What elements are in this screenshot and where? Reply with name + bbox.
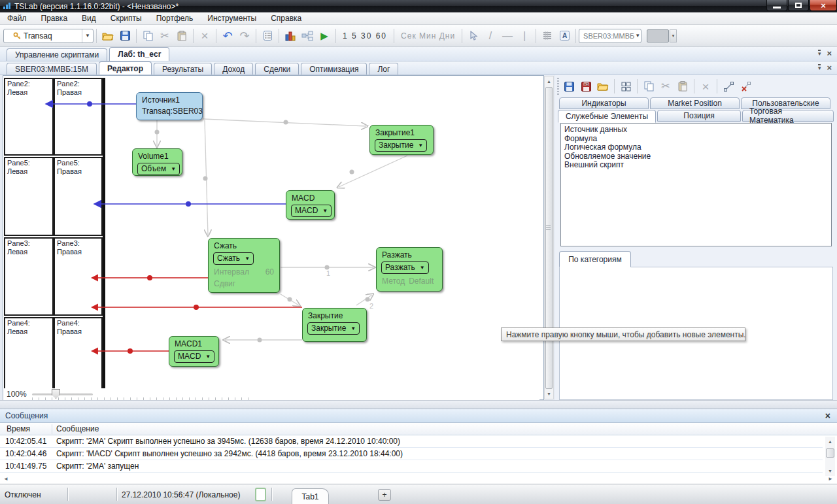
menu-help[interactable]: Справка (264, 12, 309, 24)
elements-list[interactable]: Источник данных Формула Логическая форму… (560, 123, 832, 246)
canvas-vertical-scrollbar[interactable]: ▲ ▼ (544, 76, 554, 399)
pane2-left[interactable]: Pane2:Левая (4, 78, 54, 156)
node-close2[interactable]: Закрытие Закрытие ▼ (302, 308, 367, 342)
menu-view[interactable]: Вид (75, 12, 103, 24)
tab-lab-th-ecr[interactable]: Лаб: th_ecr (109, 47, 169, 61)
link-button[interactable] (720, 78, 737, 95)
column-time[interactable]: Время (7, 424, 30, 433)
color-swatch[interactable] (647, 29, 669, 42)
horizontal-splitter[interactable] (0, 400, 837, 409)
scroll-up-icon[interactable]: ▲ (825, 437, 835, 446)
tab-optimization[interactable]: Оптимизация (301, 63, 367, 75)
copy-button[interactable] (139, 27, 156, 44)
timeframe-units[interactable]: Сек Мин Дни (397, 31, 459, 41)
column-message[interactable]: Сообщение (56, 424, 99, 433)
minimize-button[interactable] (766, 0, 787, 11)
scrollbar-thumb[interactable] (826, 448, 834, 458)
tab-trades[interactable]: Сделки (255, 63, 299, 75)
pane3-right[interactable]: Pane3:Правая (54, 237, 103, 316)
line-tool-icon[interactable]: / (482, 27, 499, 44)
tab-log[interactable]: Лог (369, 63, 398, 75)
node-decompress-select[interactable]: Разжать ▼ (381, 261, 429, 274)
pane4-right[interactable]: Pane4:Правая (54, 317, 103, 390)
list-item[interactable]: Обновляемое значение (564, 152, 828, 161)
fibo-tool-button[interactable] (539, 27, 556, 44)
tab-income[interactable]: Доход (214, 63, 253, 75)
tab-script-management[interactable]: Управление скриптами (7, 48, 107, 61)
tab-trading-math[interactable]: Торговая Математика (742, 110, 834, 122)
scroll-up-icon[interactable]: ▲ (545, 76, 553, 86)
maximize-button[interactable] (788, 0, 809, 11)
delete-icon[interactable]: × (196, 27, 213, 44)
tab-indicators[interactable]: Индикаторы (559, 97, 649, 109)
connection-combo[interactable]: Transaq ▼ (3, 29, 94, 43)
tab-service-elements[interactable]: Служебные Элементы (558, 110, 656, 123)
grid-view-button[interactable] (617, 78, 634, 95)
paste-button[interactable] (674, 78, 691, 95)
pane5-right[interactable]: Pane5:Правая (54, 157, 103, 236)
pane3-left[interactable]: Pane3:Левая (4, 237, 54, 316)
message-row[interactable]: 10:41:49.75 Скрипт: '2MA' запущен (0, 460, 823, 473)
chevron-down-icon[interactable]: ▼ (82, 29, 93, 42)
instrument-combo[interactable]: SBER03:ММВБ ▼ (579, 29, 641, 43)
save-script-button[interactable]: HS (577, 78, 594, 95)
open-button[interactable] (99, 27, 116, 44)
node-macd[interactable]: MACD MACD ▼ (286, 190, 335, 220)
pane2-right[interactable]: Pane2:Правая (54, 78, 103, 156)
node-compress[interactable]: Сжать Сжать ▼ Интервал60 Сдвиг (208, 238, 280, 293)
text-tool-button[interactable]: A (556, 27, 573, 44)
unlink-button[interactable] (737, 78, 754, 95)
close-tab-icon[interactable]: × (827, 49, 832, 58)
node-macd1-select[interactable]: MACD ▼ (174, 350, 214, 363)
list-item[interactable]: Формула (564, 135, 828, 144)
scroll-down-icon[interactable]: ▼ (825, 466, 835, 476)
timeframe-numbers[interactable]: 1 5 30 60 (339, 31, 391, 41)
scroll-down-icon[interactable]: ▼ (545, 389, 553, 399)
title-bar[interactable]: TSLab (версия 1.1.16.0:32bit) - <Неназва… (0, 0, 837, 12)
chevron-down-icon[interactable]: ▼ (634, 29, 641, 42)
close-tab-icon[interactable]: × (827, 63, 832, 72)
scrollbar-thumb[interactable] (545, 87, 553, 389)
node-volume1[interactable]: Volume1 Объем ▼ (132, 148, 182, 176)
list-item[interactable]: Внешний скрипт (564, 161, 828, 170)
close-button[interactable]: × (810, 0, 837, 11)
workspace-tab[interactable]: Tab1 (292, 488, 329, 504)
tab-results[interactable]: Результаты (154, 63, 212, 75)
chart-button[interactable] (282, 27, 299, 44)
menu-tools[interactable]: Инструменты (200, 12, 264, 24)
tab-by-categories[interactable]: По категориям (559, 251, 631, 267)
scroll-right-icon[interactable]: ► (828, 476, 833, 482)
color-dropdown-icon[interactable]: ▾ (670, 29, 677, 42)
menu-edit[interactable]: Правка (34, 12, 75, 24)
tab-list-icon[interactable]: ▾ (818, 50, 821, 57)
list-item[interactable]: Логическая формула (564, 143, 828, 152)
node-close1-select[interactable]: Закрытие ▼ (375, 139, 427, 152)
tab-editor[interactable]: Редактор (99, 61, 152, 75)
script-diagram-button[interactable] (299, 27, 316, 44)
undo-icon[interactable]: ↶ (219, 27, 236, 44)
open-button[interactable] (594, 78, 611, 95)
node-decompress[interactable]: Разжать Разжать ▼ МетодDefault (376, 247, 443, 292)
save-button[interactable] (560, 78, 577, 95)
menu-file[interactable]: Файл (0, 12, 34, 24)
cut-icon[interactable]: ✂ (156, 27, 173, 44)
cut-icon[interactable]: ✂ (657, 78, 674, 95)
message-row[interactable]: 10:42:05.41 Скрипт: '2MA' Скрипт выполне… (0, 435, 823, 448)
vline-tool-icon[interactable]: | (516, 27, 533, 44)
copy-button[interactable] (640, 78, 657, 95)
node-volume-select[interactable]: Объем ▼ (137, 163, 180, 175)
node-close1[interactable]: Закрытие1 Закрытие ▼ (369, 125, 434, 155)
node-compress-select[interactable]: Сжать ▼ (213, 252, 254, 265)
add-workspace-button[interactable]: + (378, 489, 391, 501)
redo-icon[interactable]: ↷ (236, 27, 253, 44)
node-close2-select[interactable]: Закрытие ▼ (307, 322, 360, 335)
messages-vertical-scrollbar[interactable]: ▲ ▼ (825, 437, 835, 476)
tab-list-icon[interactable]: ▾ (818, 64, 821, 71)
node-source1[interactable]: Источник1 Transaq:SBER03 (136, 92, 203, 120)
run-icon[interactable]: ▶ (316, 27, 333, 44)
scroll-left-icon[interactable]: ◄ (3, 476, 9, 482)
properties-button[interactable] (259, 27, 276, 44)
pane4-left[interactable]: Pane4:Левая (4, 317, 54, 390)
paste-button[interactable] (173, 27, 190, 44)
hline-tool-icon[interactable]: — (499, 27, 516, 44)
